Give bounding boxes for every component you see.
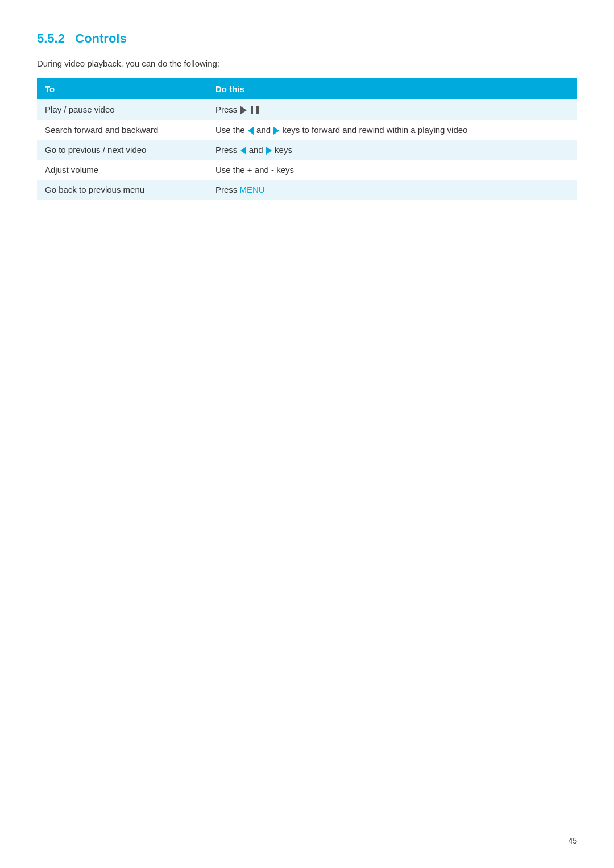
section-number: 5.5.2: [37, 31, 65, 45]
arrow-right-icon: [266, 147, 272, 155]
description-cell: Press MENU: [208, 180, 577, 200]
description-cell: Press and keys: [208, 140, 577, 160]
description-cell: Use the + and - keys: [208, 160, 577, 180]
intro-paragraph: During video playback, you can do the fo…: [37, 59, 577, 68]
pause-bar-1: [251, 106, 253, 114]
play-icon: [240, 106, 247, 115]
action-cell: Adjust volume: [37, 160, 208, 180]
page-content: 5.5.2 Controls During video playback, yo…: [0, 0, 614, 234]
pause-bar-2: [256, 106, 259, 114]
action-cell: Go back to previous menu: [37, 180, 208, 200]
action-cell: Go to previous / next video: [37, 140, 208, 160]
table-row: Search forward and backward Use the and …: [37, 120, 577, 140]
use-the-label: Use the: [215, 125, 247, 135]
menu-label: MENU: [240, 185, 265, 194]
col-header-to: To: [37, 78, 208, 99]
and-label: and: [256, 125, 273, 135]
section-heading: Controls: [75, 31, 126, 45]
table-header-row: To Do this: [37, 78, 577, 99]
table-row: Go to previous / next video Press and ke…: [37, 140, 577, 160]
controls-table: To Do this Play / pause video Press Sear…: [37, 78, 577, 200]
and-label: and: [249, 145, 265, 155]
action-cell: Search forward and backward: [37, 120, 208, 140]
press-label: Press: [215, 185, 240, 194]
description-cell: Use the and keys to forward and rewind w…: [208, 120, 577, 140]
table-row: Adjust volume Use the + and - keys: [37, 160, 577, 180]
press-label: Press: [215, 145, 240, 155]
table-row: Go back to previous menu Press MENU: [37, 180, 577, 200]
press-label: Press: [215, 105, 240, 114]
action-cell: Play / pause video: [37, 99, 208, 120]
page-number: 45: [568, 836, 577, 845]
keys-suffix: keys: [275, 145, 292, 155]
description-cell: Press: [208, 99, 577, 120]
arrow-left-icon: [248, 127, 254, 135]
col-header-do-this: Do this: [208, 78, 577, 99]
section-title: 5.5.2 Controls: [37, 31, 577, 46]
arrow-left-icon: [240, 147, 246, 155]
arrow-right-icon: [273, 127, 279, 135]
keys-suffix: keys to forward and rewind within a play…: [282, 125, 467, 135]
table-row: Play / pause video Press: [37, 99, 577, 120]
